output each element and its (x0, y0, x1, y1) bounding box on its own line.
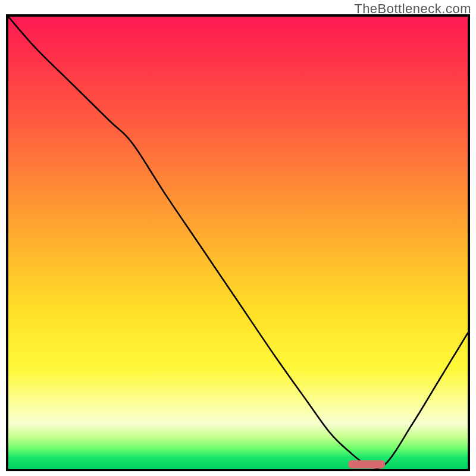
watermark-text: TheBottleneck.com (354, 1, 471, 17)
optimal-range-marker (348, 460, 385, 468)
bottleneck-curve (8, 17, 468, 468)
curve-layer (8, 17, 468, 469)
plot-area (6, 14, 470, 471)
chart-stage: TheBottleneck.com (0, 0, 476, 476)
